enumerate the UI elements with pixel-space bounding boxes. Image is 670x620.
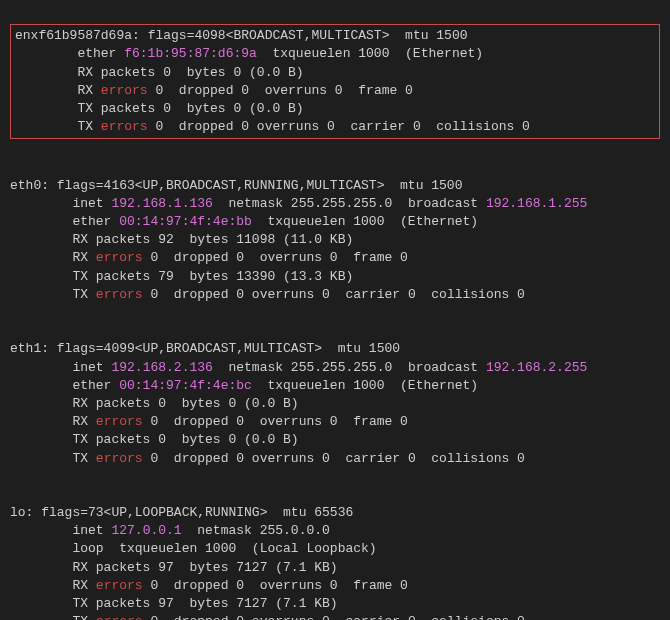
inet-pre: inet: [10, 196, 111, 211]
tx-err-pre: TX: [10, 287, 96, 302]
tx-packets: TX packets 0 bytes 0 (0.0 B): [15, 101, 304, 116]
ip-address: 192.168.2.136: [111, 360, 212, 375]
rx-packets: RX packets 0 bytes 0 (0.0 B): [10, 396, 299, 411]
tx-err-pre: TX: [10, 451, 96, 466]
errors-word: errors: [96, 614, 143, 620]
rx-err-rest: 0 dropped 0 overruns 0 frame 0: [148, 83, 413, 98]
iface-header: eth1: flags=4099<UP,BROADCAST,MULTICAST>…: [10, 341, 400, 356]
rx-err-rest: 0 dropped 0 overruns 0 frame 0: [143, 578, 408, 593]
tx-packets: TX packets 79 bytes 13390 (13.3 KB): [10, 269, 353, 284]
rx-err-rest: 0 dropped 0 overruns 0 frame 0: [143, 250, 408, 265]
errors-word: errors: [96, 414, 143, 429]
errors-word: errors: [96, 451, 143, 466]
netmask-info: netmask 255.255.255.0 broadcast: [213, 196, 486, 211]
ip-address: 127.0.0.1: [111, 523, 181, 538]
rx-packets: RX packets 97 bytes 7127 (7.1 KB): [10, 560, 338, 575]
ether-pre: ether: [10, 378, 119, 393]
iface-block-lo: lo: flags=73<UP,LOOPBACK,RUNNING> mtu 65…: [10, 486, 660, 620]
mac-address: 00:14:97:4f:4e:bc: [119, 378, 252, 393]
tx-err-rest: 0 dropped 0 overruns 0 carrier 0 collisi…: [143, 614, 525, 620]
rx-err-pre: RX: [10, 250, 96, 265]
loop-info: loop txqueuelen 1000 (Local Loopback): [10, 541, 377, 556]
ether-pre: ether: [10, 214, 119, 229]
errors-word: errors: [96, 250, 143, 265]
iface-flags: : flags=4098<BROADCAST,MULTICAST> mtu 15…: [132, 28, 467, 43]
tx-err-rest: 0 dropped 0 overruns 0 carrier 0 collisi…: [148, 119, 530, 134]
iface-block-eth1: eth1: flags=4099<UP,BROADCAST,MULTICAST>…: [10, 322, 660, 468]
tx-packets: TX packets 0 bytes 0 (0.0 B): [10, 432, 299, 447]
tx-err-rest: 0 dropped 0 overruns 0 carrier 0 collisi…: [143, 287, 525, 302]
terminal-output: enxf61b9587d69a: flags=4098<BROADCAST,MU…: [10, 5, 660, 620]
mac-address: f6:1b:95:87:d6:9a: [124, 46, 257, 61]
inet-pre: inet: [10, 523, 111, 538]
rx-err-pre: RX: [10, 414, 96, 429]
rx-err-rest: 0 dropped 0 overruns 0 frame 0: [143, 414, 408, 429]
rx-err-pre: RX: [15, 83, 101, 98]
ether-rest: txqueuelen 1000 (Ethernet): [252, 378, 478, 393]
errors-word: errors: [101, 83, 148, 98]
broadcast-ip: 192.168.2.255: [486, 360, 587, 375]
ether-label: ether: [15, 46, 124, 61]
iface-header: lo: flags=73<UP,LOOPBACK,RUNNING> mtu 65…: [10, 505, 353, 520]
iface-header: eth0: flags=4163<UP,BROADCAST,RUNNING,MU…: [10, 178, 462, 193]
tx-err-pre: TX: [10, 614, 96, 620]
iface-block-eth0: eth0: flags=4163<UP,BROADCAST,RUNNING,MU…: [10, 159, 660, 305]
errors-word: errors: [101, 119, 148, 134]
rx-packets: RX packets 92 bytes 11098 (11.0 KB): [10, 232, 353, 247]
broadcast-ip: 192.168.1.255: [486, 196, 587, 211]
ip-address: 192.168.1.136: [111, 196, 212, 211]
netmask-info: netmask 255.255.255.0 broadcast: [213, 360, 486, 375]
tx-packets: TX packets 97 bytes 7127 (7.1 KB): [10, 596, 338, 611]
netmask-info: netmask 255.0.0.0: [182, 523, 330, 538]
rx-err-pre: RX: [10, 578, 96, 593]
rx-packets: RX packets 0 bytes 0 (0.0 B): [15, 65, 304, 80]
iface-name: enxf61b9587d69a: [15, 28, 132, 43]
ether-rest: txqueuelen 1000 (Ethernet): [252, 214, 478, 229]
tx-err-rest: 0 dropped 0 overruns 0 carrier 0 collisi…: [143, 451, 525, 466]
mac-address: 00:14:97:4f:4e:bb: [119, 214, 252, 229]
errors-word: errors: [96, 287, 143, 302]
inet-pre: inet: [10, 360, 111, 375]
highlight-box-iface1: enxf61b9587d69a: flags=4098<BROADCAST,MU…: [10, 24, 660, 139]
errors-word: errors: [96, 578, 143, 593]
tx-err-pre: TX: [15, 119, 101, 134]
ether-info: txqueuelen 1000 (Ethernet): [257, 46, 483, 61]
